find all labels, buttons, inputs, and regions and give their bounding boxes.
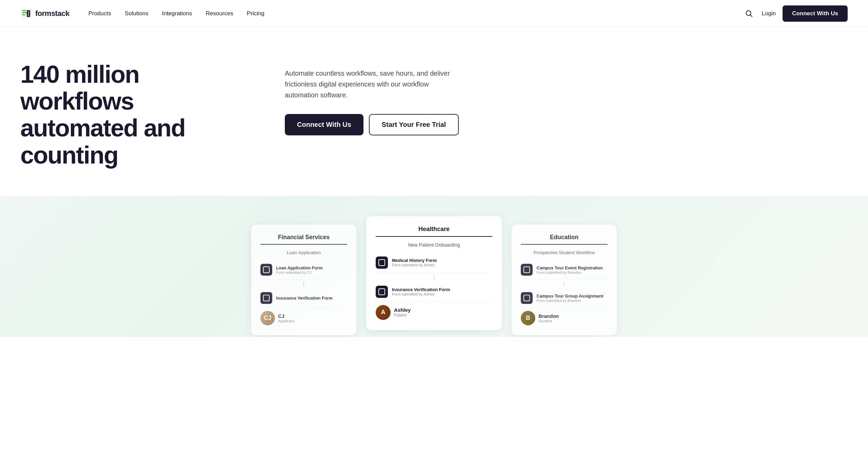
avatar-role: Applicant [278, 319, 294, 323]
form-icon [260, 264, 272, 275]
svg-rect-9 [28, 15, 29, 16]
form-icon-inner [524, 266, 530, 273]
form-icon [521, 264, 533, 275]
card-education: Education Prospective Student Workflow C… [512, 225, 617, 335]
card-item-title: Loan Application Form [276, 265, 348, 270]
search-button[interactable] [743, 7, 755, 20]
form-icon-inner [378, 259, 385, 266]
avatar-info: Ashley Patient [394, 307, 411, 318]
avatar: B [521, 311, 535, 325]
navbar-left: formstack Products Solutions Integration… [20, 7, 270, 20]
svg-rect-8 [28, 14, 29, 15]
navbar: formstack Products Solutions Integration… [0, 0, 868, 27]
connect-with-us-button-nav[interactable]: Connect With Us [783, 5, 848, 22]
logo-icon [20, 7, 33, 20]
logo-text: formstack [35, 9, 70, 18]
card-healthcare-subtitle: New Patient Onboarding [376, 242, 492, 248]
login-link[interactable]: Login [762, 10, 776, 17]
card-item-title: Campus Tour Group Assignment [537, 293, 608, 299]
avatar-area: A Ashley Patient [376, 302, 492, 323]
card-item-text: Campus Tour Group Assignment Form submit… [537, 293, 608, 302]
card-financial-subtitle: Loan Application [260, 250, 347, 255]
avatar-initials: A [381, 309, 386, 316]
form-icon [521, 292, 533, 304]
svg-rect-7 [28, 13, 29, 13]
avatar-info: Brandon Student [538, 313, 559, 323]
card-item-text: Insurance Verification Form [276, 296, 348, 301]
card-connector: | [521, 279, 608, 289]
card-healthcare-title: Healthcare [376, 226, 492, 237]
avatar-name: Brandon [538, 313, 559, 318]
avatar-name: CJ [278, 313, 294, 318]
hero-description: Automate countless workflows, save hours… [285, 68, 459, 100]
nav-item-resources[interactable]: Resources [200, 7, 239, 20]
hero-title-line2: automated and counting [20, 114, 185, 168]
card-item-text: Insurance Verification Form Form submitt… [392, 287, 492, 296]
card-item-title: Insurance Verification Form [392, 287, 492, 292]
card-item-text: Loan Application Form Form submitted by … [276, 265, 348, 274]
svg-line-11 [750, 15, 752, 17]
logo[interactable]: formstack [20, 7, 70, 20]
nav-item-products[interactable]: Products [83, 7, 117, 20]
svg-rect-4 [22, 14, 25, 15]
card-education-subtitle: Prospective Student Workflow [521, 250, 608, 255]
showcase-section: Financial Services Loan Application Loan… [0, 196, 868, 337]
avatar: CJ [260, 311, 275, 325]
form-icon-inner [524, 294, 530, 301]
card-item-sub: Form submitted by Ashley [392, 263, 492, 267]
hero-title-line1: 140 million workflows [20, 61, 139, 115]
card-item: Loan Application Form Form submitted by … [260, 261, 347, 279]
avatar-role: Student [538, 319, 559, 323]
card-item: Campus Tour Event Registration Form subm… [521, 261, 608, 279]
card-item-sub: Form submitted by Brandon [537, 270, 608, 274]
avatar-info: CJ Applicant [278, 313, 294, 323]
hero-title: 140 million workflows automated and coun… [20, 61, 258, 169]
card-item-title: Medical History Form [392, 258, 492, 263]
nav-item-solutions[interactable]: Solutions [119, 7, 154, 20]
avatar-role: Patient [394, 313, 411, 318]
form-icon-inner [263, 266, 270, 273]
avatar-area: CJ CJ Applicant [260, 307, 347, 328]
form-icon-inner [263, 294, 270, 301]
card-education-title: Education [521, 234, 608, 245]
connect-with-us-button-hero[interactable]: Connect With Us [285, 114, 363, 135]
card-item-sub: Form submitted by Brandon [537, 299, 608, 303]
form-icon [376, 286, 388, 298]
hero-buttons: Connect With Us Start Your Free Trial [285, 114, 459, 135]
hero-right: Automate countless workflows, save hours… [285, 61, 459, 135]
navbar-right: Login Connect With Us [743, 5, 848, 22]
card-item: Insurance Verification Form Form submitt… [376, 282, 492, 302]
card-item-title: Insurance Verification Form [276, 296, 348, 301]
nav-item-integrations[interactable]: Integrations [157, 7, 198, 20]
card-item-text: Campus Tour Event Registration Form subm… [537, 265, 608, 274]
showcase-cards: Financial Services Loan Application Loan… [0, 216, 868, 337]
avatar-area: B Brandon Student [521, 307, 608, 328]
card-financial-title: Financial Services [260, 234, 347, 245]
nav-item-pricing[interactable]: Pricing [241, 7, 270, 20]
search-icon [745, 10, 753, 17]
avatar-name: Ashley [394, 307, 411, 313]
card-item: Insurance Verification Form [260, 289, 347, 307]
hero-section: 140 million workflows automated and coun… [0, 27, 868, 196]
form-icon [376, 256, 388, 269]
hero-left: 140 million workflows automated and coun… [20, 61, 258, 169]
card-item: Medical History Form Form submitted by A… [376, 253, 492, 272]
start-free-trial-button[interactable]: Start Your Free Trial [369, 114, 459, 135]
card-item-text: Medical History Form Form submitted by A… [392, 258, 492, 267]
avatar: A [376, 305, 391, 320]
card-item-sub: Form submitted by CJ [276, 270, 348, 274]
card-financial: Financial Services Loan Application Loan… [251, 225, 356, 335]
card-item: Campus Tour Group Assignment Form submit… [521, 289, 608, 307]
avatar-initials: CJ [264, 315, 271, 321]
avatar-initials: B [526, 315, 530, 321]
card-connector: | [376, 272, 492, 282]
svg-rect-6 [28, 11, 29, 12]
card-connector: | [260, 279, 347, 289]
card-item-sub: Form submitted by Ashley [392, 292, 492, 296]
card-item-title: Campus Tour Event Registration [537, 265, 608, 270]
form-icon-inner [378, 288, 385, 295]
form-icon [260, 292, 272, 304]
nav-links: Products Solutions Integrations Resource… [83, 7, 270, 20]
card-healthcare: Healthcare New Patient Onboarding Medica… [366, 216, 502, 330]
svg-rect-3 [22, 12, 27, 13]
